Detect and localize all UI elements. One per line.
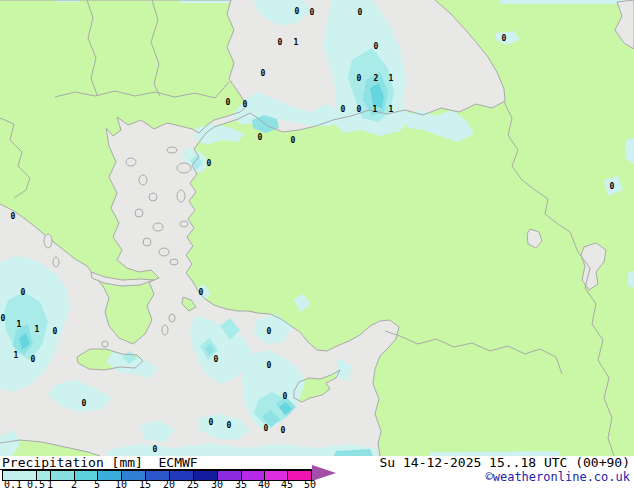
aegean-island [53, 257, 59, 267]
island-samos [180, 221, 188, 227]
legend-tick-label: 10 [115, 480, 127, 490]
legend-tick-label: 30 [211, 480, 223, 490]
aegean-island [153, 223, 163, 231]
aegean-island [135, 209, 143, 217]
aegean-island [169, 314, 175, 322]
aegean-island [162, 325, 168, 335]
aegean-island [159, 248, 169, 256]
legend-tick-label: 2 [71, 480, 77, 490]
island-limnos [167, 147, 177, 153]
island-corfu [44, 234, 52, 248]
legend-tick-label: 40 [258, 480, 270, 490]
island-chios [177, 190, 185, 202]
legend-tick-label: 15 [139, 480, 151, 490]
legend-tick-labels: 0.10.5125101520253035404550 [0, 480, 340, 490]
aegean-island [139, 175, 147, 185]
map-container: 0000100021001100000000000110100000000000 [0, 0, 634, 456]
island-lesbos [177, 163, 191, 173]
legend-tick-label: 45 [281, 480, 293, 490]
copyright-label: ©weatheronline.co.uk [486, 471, 631, 483]
legend-tick-label: 35 [235, 480, 247, 490]
legend-tick-label: 0.1 [4, 480, 22, 490]
weather-map-app: 0000100021001100000000000110100000000000… [0, 0, 634, 490]
aegean-island [126, 158, 136, 166]
footer: Precipitation [mm] ECMWF 0.10.5125101520… [0, 456, 634, 490]
legend-title: Precipitation [mm] ECMWF [2, 456, 198, 469]
aegean-island [170, 259, 178, 265]
aegean-island [143, 238, 151, 246]
aegean-island [102, 341, 108, 347]
map-canvas [0, 0, 634, 456]
aegean-island [149, 193, 157, 201]
legend-tick-label: 25 [187, 480, 199, 490]
legend-tick-label: 1 [47, 480, 53, 490]
legend-tick-label: 5 [94, 480, 100, 490]
legend-tick-label: 20 [163, 480, 175, 490]
legend-tick-label: 0.5 [27, 480, 45, 490]
datetime-label: Su 14-12-2025 15..18 UTC (00+90) [380, 456, 630, 469]
legend-tick-label: 50 [304, 480, 316, 490]
